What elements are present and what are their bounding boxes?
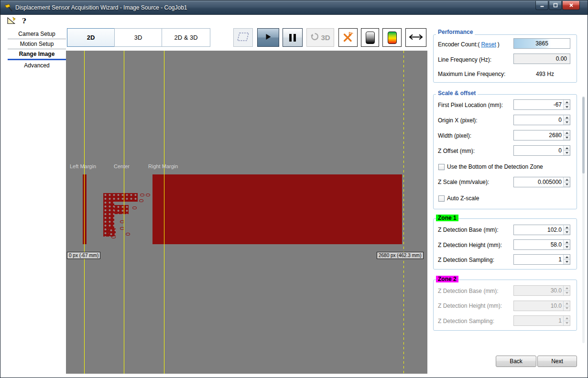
spin-up-button[interactable] [564, 115, 570, 120]
spin-down-button[interactable] [564, 230, 570, 235]
spin-up-button[interactable] [564, 130, 570, 135]
scan-ring [140, 194, 144, 196]
field-value: 10.0 [551, 301, 562, 311]
left-margin-label: Left Margin [70, 163, 96, 169]
right-margin-label: Right Margin [148, 163, 178, 169]
spin-down-button[interactable] [564, 182, 570, 187]
spin-down-button[interactable] [564, 245, 570, 250]
spin-down-button[interactable] [564, 259, 570, 265]
range-image-viewport[interactable]: Left Margin Center Right Margin 0 px (-6… [66, 51, 427, 374]
help-icon[interactable]: ? [22, 17, 26, 25]
spinner-arrows [563, 146, 570, 155]
measure-tool-icon[interactable] [7, 16, 16, 26]
sidebar-item-camera-setup[interactable]: Camera Setup [8, 29, 66, 39]
first-pixel-location-field[interactable]: -67 [513, 99, 570, 110]
refresh-3d-label: 3D [321, 33, 330, 42]
spinner-arrows [563, 255, 570, 264]
spin-down-button[interactable] [564, 105, 570, 110]
tab-2d-and-3d[interactable]: 2D & 3D [162, 28, 210, 47]
sidebar-item-advanced[interactable]: Advanced [8, 60, 66, 70]
next-button[interactable]: Next [537, 356, 577, 367]
encoder-count-field: 3865 [513, 38, 570, 49]
scan-ring [146, 194, 150, 196]
use-bottom-checkbox[interactable] [438, 164, 445, 170]
play-button[interactable] [257, 28, 279, 47]
tab-label: 3D [134, 34, 142, 41]
scan-blob [109, 228, 116, 236]
grayscale-palette-button[interactable] [361, 28, 379, 47]
auto-zscale-checkbox-label: Auto Z-scale [447, 195, 479, 202]
zone1-base-field[interactable]: 102.0 [513, 225, 570, 235]
first-pixel-location-label: First Pixel Location (mm): [438, 102, 503, 108]
band-left-strip [83, 174, 87, 244]
panel-scrollbar[interactable] [582, 96, 585, 343]
app-icon [4, 3, 13, 12]
sidebar-item-range-image[interactable]: Range Image [8, 49, 66, 60]
field-value: 58.0 [551, 240, 562, 249]
origin-x-field[interactable]: 0 [513, 115, 570, 125]
spin-down-button[interactable] [564, 135, 570, 140]
line-frequency-field: 0.00 [513, 54, 570, 64]
refresh-3d-button[interactable]: 3D [306, 28, 334, 47]
zone2-height-label: Z Detection Height (mm): [438, 302, 502, 309]
color-gradient-icon [388, 32, 397, 44]
close-button[interactable] [562, 1, 580, 10]
back-button[interactable]: Back [496, 356, 536, 367]
spin-up-button[interactable] [564, 100, 570, 105]
spin-up-button [564, 301, 570, 306]
color-palette-button[interactable] [382, 28, 402, 47]
orange-x-flag-icon [342, 31, 354, 44]
sidebar-item-motion-setup[interactable]: Motion Setup [8, 39, 66, 49]
scan-ring [132, 206, 137, 209]
minimize-button[interactable] [535, 1, 548, 10]
fit-width-button[interactable] [405, 28, 426, 47]
spin-up-button[interactable] [564, 255, 570, 259]
encoder-reset-link[interactable]: Reset [481, 41, 496, 48]
field-value: 102.0 [547, 225, 562, 235]
zone1-sampling-field[interactable]: 1 [513, 254, 570, 265]
zone2-title: Zone 2 [436, 276, 458, 282]
spin-up-button[interactable] [564, 146, 570, 151]
tab-2d[interactable]: 2D [67, 28, 115, 47]
sidebar-item-label: Motion Setup [20, 41, 54, 47]
pause-icon [289, 34, 296, 42]
spin-up-button[interactable] [564, 240, 570, 245]
zone2-sampling-label: Z Detection Sampling: [438, 318, 494, 324]
left-margin-line[interactable] [84, 51, 85, 374]
horizontal-arrows-icon [409, 33, 423, 42]
zone2-sampling-field: 1 [513, 315, 570, 326]
center-line[interactable] [124, 51, 124, 374]
cancel-acquisition-button[interactable] [338, 28, 358, 47]
maximize-button[interactable] [549, 1, 562, 10]
zone1-height-field[interactable]: 58.0 [513, 239, 570, 250]
spin-down-button[interactable] [564, 151, 570, 156]
performance-title: Performance [436, 29, 475, 35]
tab-3d[interactable]: 3D [114, 28, 162, 47]
spin-up-button[interactable] [564, 177, 570, 182]
spin-up-button[interactable] [564, 225, 570, 230]
caption-buttons [535, 1, 580, 10]
maximize-icon [553, 1, 558, 10]
right-margin-line[interactable] [164, 51, 164, 374]
auto-zscale-checkbox[interactable] [438, 195, 445, 202]
z-offset-field[interactable]: 0 [513, 145, 570, 156]
title-bar[interactable]: Displacement Sensor Acquisition Wizard -… [0, 0, 588, 15]
scan-ring [139, 199, 143, 202]
scale-offset-title: Scale & offset [436, 90, 478, 97]
sidebar-item-label: Camera Setup [18, 31, 55, 37]
encoder-label-prefix: Encoder Count:( [438, 41, 479, 48]
z-scale-field[interactable]: 0.005000 [513, 177, 570, 187]
minimize-icon [540, 1, 544, 10]
field-value: 2680 [549, 130, 562, 140]
spinner-arrows [563, 177, 570, 187]
region-select-button[interactable] [233, 28, 253, 47]
spin-down-button[interactable] [564, 120, 570, 125]
width-field[interactable]: 2680 [513, 130, 570, 140]
line-frequency-label: Line Frequency (Hz): [438, 56, 491, 63]
zone2-base-field: 30.0 [513, 285, 570, 296]
spinner-arrows [563, 301, 570, 311]
pause-button[interactable] [283, 28, 303, 47]
spin-down-button [564, 291, 570, 296]
side-toolbar: ? [7, 16, 26, 26]
scrollbar-thumb[interactable] [582, 97, 585, 173]
